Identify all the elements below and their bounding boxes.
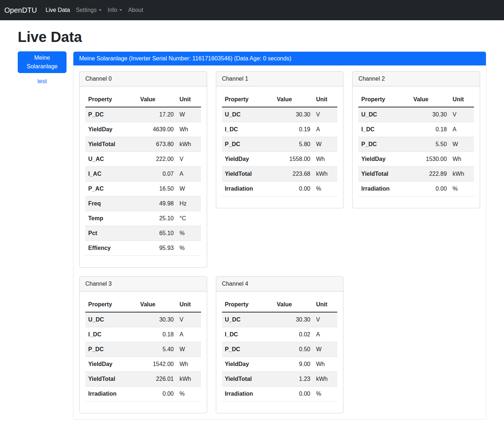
caret-down-icon (99, 9, 102, 11)
table-row: Temp 25.10 °C (85, 211, 201, 226)
unit-cell: W (450, 137, 474, 152)
property-cell: I_DC (222, 122, 274, 137)
unit-cell: V (313, 312, 337, 327)
column-header-property: Property (222, 92, 274, 107)
property-cell: Freq (85, 196, 137, 211)
table-row: I_DC 0.18 A (358, 122, 474, 137)
channel-title: Channel 1 (216, 72, 343, 86)
top-navbar: OpenDTU Live Data Settings Info About (0, 0, 504, 20)
table-row: U_DC 30.30 V (222, 312, 338, 327)
value-cell: 95.93 (137, 241, 177, 256)
table-row: U_DC 30.30 V (85, 312, 201, 327)
value-cell: 5.50 (410, 137, 450, 152)
table-row: YieldTotal 1.23 kWh (222, 372, 338, 387)
brand-logo[interactable]: OpenDTU (4, 6, 37, 14)
inverter-panel-header: Meine Solaranlage (Inverter Serial Numbe… (73, 52, 486, 65)
unit-cell: % (177, 387, 201, 401)
value-cell: 1542.00 (137, 357, 177, 372)
unit-cell: Wh (313, 357, 337, 372)
value-cell: 1.23 (274, 372, 313, 387)
table-row: I_DC 0.19 A (222, 122, 338, 137)
property-cell: U_DC (222, 107, 274, 122)
channel-body: Property Value Unit U_DC 30.30 V I_DC 0.… (216, 292, 343, 413)
value-cell: 222.00 (137, 152, 177, 167)
inverter-panel: Meine Solaranlage (Inverter Serial Numbe… (73, 51, 486, 420)
value-cell: 0.00 (274, 182, 313, 196)
value-cell: 222.89 (410, 167, 450, 182)
property-cell: P_DC (85, 107, 137, 122)
table-row: P_DC 5.80 W (222, 137, 338, 152)
unit-cell: V (177, 152, 201, 167)
unit-cell: W (177, 182, 201, 196)
value-cell: 49.98 (137, 196, 177, 211)
value-cell: 65.10 (137, 226, 177, 241)
value-cell: 30.30 (274, 107, 313, 122)
column-header-value: Value (274, 92, 313, 107)
unit-cell: W (313, 137, 337, 152)
unit-cell: % (177, 226, 201, 241)
column-header-property: Property (85, 92, 137, 107)
table-row: YieldTotal 226.01 kWh (85, 372, 201, 387)
channel-card: Channel 1 Property Value Unit U_DC 30.30… (216, 71, 344, 208)
value-cell: 1558.00 (274, 152, 313, 167)
property-cell: YieldDay (358, 152, 410, 167)
nav-item-label: Live Data (46, 7, 70, 13)
table-row: P_DC 5.40 W (85, 342, 201, 357)
value-cell: 4639.00 (137, 122, 177, 137)
unit-cell: A (450, 122, 474, 137)
value-cell: 0.18 (137, 327, 177, 342)
property-cell: Pct (85, 226, 137, 241)
channel-card: Channel 4 Property Value Unit U_DC 30.30… (216, 276, 344, 413)
channel-body: Property Value Unit P_DC 17.20 W YieldDa… (80, 86, 207, 267)
unit-cell: A (177, 327, 201, 342)
property-cell: YieldTotal (85, 372, 137, 387)
inverter-button-meine-solaranlage[interactable]: Meine Solaranlage (18, 51, 67, 73)
property-cell: Effiency (85, 241, 137, 256)
unit-cell: A (313, 122, 337, 137)
value-cell: 5.40 (137, 342, 177, 357)
nav-item-about[interactable]: About (125, 4, 146, 16)
channel-card: Channel 2 Property Value Unit U_DC 30.30… (352, 71, 480, 208)
column-header-value: Value (137, 297, 177, 312)
column-header-value: Value (410, 92, 450, 107)
property-cell: I_AC (85, 167, 137, 182)
property-cell: I_DC (358, 122, 410, 137)
column-header-property: Property (222, 297, 274, 312)
table-row: P_AC 16.50 W (85, 182, 201, 196)
main-nav: Live Data Settings Info About (43, 4, 146, 16)
property-cell: Irradiation (222, 182, 274, 196)
channel-body: Property Value Unit U_DC 30.30 V I_DC 0.… (216, 86, 343, 208)
nav-item-settings[interactable]: Settings (73, 4, 105, 16)
inverter-sidebar: Meine Solaranlage test (18, 51, 67, 85)
channel-card: Channel 3 Property Value Unit U_DC 30.30… (79, 276, 207, 413)
table-header-row: Property Value Unit (358, 92, 474, 107)
value-cell: 0.00 (274, 387, 313, 401)
channel-card: Channel 0 Property Value Unit P_DC 17.20… (79, 71, 207, 268)
property-cell: Irradiation (85, 387, 137, 401)
property-cell: YieldTotal (222, 372, 274, 387)
table-row: U_DC 30.30 V (222, 107, 338, 122)
table-row: YieldDay 1530.00 Wh (358, 152, 474, 167)
nav-item-live-data[interactable]: Live Data (43, 4, 73, 16)
channel-body: Property Value Unit U_DC 30.30 V I_DC 0.… (80, 292, 207, 413)
nav-item-label: Info (107, 7, 117, 13)
unit-cell: kWh (177, 137, 201, 152)
table-row: Pct 65.10 % (85, 226, 201, 241)
property-cell: YieldTotal (85, 137, 137, 152)
column-header-unit: Unit (177, 92, 201, 107)
property-cell: U_DC (358, 107, 410, 122)
page-title: Live Data (18, 28, 486, 46)
inverter-link-test[interactable]: test (18, 78, 67, 85)
property-cell: U_DC (222, 312, 274, 327)
nav-item-info[interactable]: Info (104, 4, 125, 16)
unit-cell: °C (177, 211, 201, 226)
table-row: U_AC 222.00 V (85, 152, 201, 167)
property-cell: P_DC (222, 342, 274, 357)
property-cell: YieldDay (85, 357, 137, 372)
unit-cell: % (177, 241, 201, 256)
value-cell: 0.07 (137, 167, 177, 182)
value-cell: 25.10 (137, 211, 177, 226)
unit-cell: W (177, 342, 201, 357)
value-cell: 0.18 (410, 122, 450, 137)
column-header-unit: Unit (177, 297, 201, 312)
